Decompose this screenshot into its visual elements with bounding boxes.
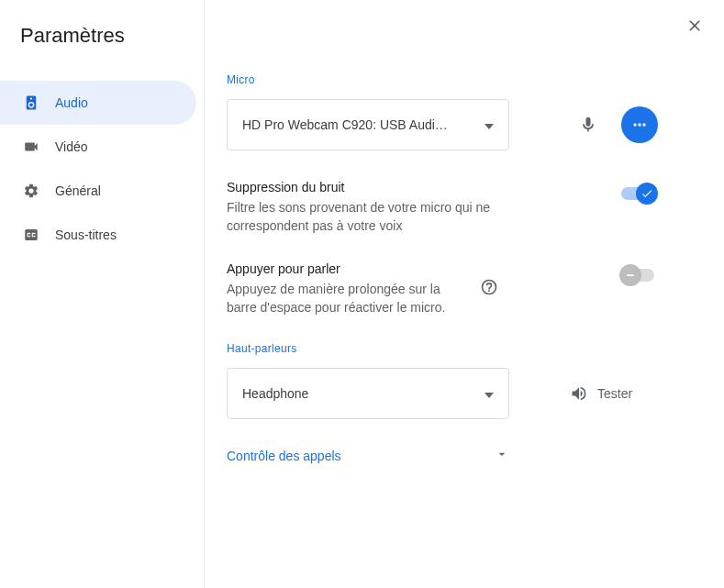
volume-icon xyxy=(570,384,588,403)
svg-point-2 xyxy=(642,123,645,126)
test-speaker-button[interactable]: Tester xyxy=(570,384,632,403)
captions-icon xyxy=(22,227,40,243)
push-to-talk-help[interactable] xyxy=(480,278,498,296)
nav-item-captions[interactable]: Sous-titres xyxy=(0,213,196,257)
minus-icon xyxy=(624,269,637,282)
nav-label: Vidéo xyxy=(55,139,88,154)
microphone-icon xyxy=(579,116,597,134)
noise-suppression-desc: Filtre les sons provenant de votre micro… xyxy=(227,198,502,236)
dropdown-caret-icon xyxy=(485,386,494,401)
gear-icon xyxy=(22,183,40,199)
mic-indicator[interactable] xyxy=(570,106,607,143)
check-icon xyxy=(640,187,653,200)
svg-rect-3 xyxy=(627,274,634,276)
close-button[interactable] xyxy=(685,17,704,39)
mic-select[interactable]: HD Pro Webcam C920: USB Audio:1,… xyxy=(227,99,509,150)
noise-suppression-title: Suppression du bruit xyxy=(227,180,502,194)
more-horiz-icon xyxy=(630,116,649,134)
dropdown-caret-icon xyxy=(485,117,494,132)
call-control-expand[interactable]: Contrôle des appels xyxy=(227,445,509,467)
svg-point-0 xyxy=(633,123,636,126)
speaker-select[interactable]: Headphone xyxy=(227,368,509,419)
nav: Audio Vidéo Général Sous-titres xyxy=(0,70,204,257)
micro-label: Micro xyxy=(227,73,658,86)
nav-label: Audio xyxy=(55,95,88,110)
mic-selected-value: HD Pro Webcam C920: USB Audio:1,… xyxy=(242,117,453,132)
nav-item-video[interactable]: Vidéo xyxy=(0,125,196,169)
mic-more-button[interactable] xyxy=(621,106,658,143)
nav-item-general[interactable]: Général xyxy=(0,169,196,213)
sidebar: Paramètres Audio Vidéo Général xyxy=(0,0,205,588)
help-icon xyxy=(480,278,498,296)
videocam-icon xyxy=(22,139,40,155)
chevron-down-icon xyxy=(495,447,509,465)
content: Micro HD Pro Webcam C920: USB Audio:1,… … xyxy=(205,0,724,588)
speakers-label: Haut-parleurs xyxy=(227,342,658,355)
push-to-talk-title: Appuyer pour parler xyxy=(227,261,498,276)
close-icon xyxy=(685,17,704,35)
push-to-talk-toggle[interactable] xyxy=(621,269,654,282)
settings-title: Paramètres xyxy=(0,24,204,70)
push-to-talk-desc: Appuyez de manière prolongée sur la barr… xyxy=(227,280,454,317)
call-control-label: Contrôle des appels xyxy=(227,449,341,463)
nav-item-audio[interactable]: Audio xyxy=(0,81,196,125)
speaker-icon xyxy=(22,94,40,111)
noise-suppression-toggle[interactable] xyxy=(621,187,654,200)
test-label: Tester xyxy=(597,386,632,401)
nav-label: Sous-titres xyxy=(55,227,117,242)
nav-label: Général xyxy=(55,183,101,198)
speaker-selected-value: Headphone xyxy=(242,386,308,401)
svg-point-1 xyxy=(638,123,640,126)
